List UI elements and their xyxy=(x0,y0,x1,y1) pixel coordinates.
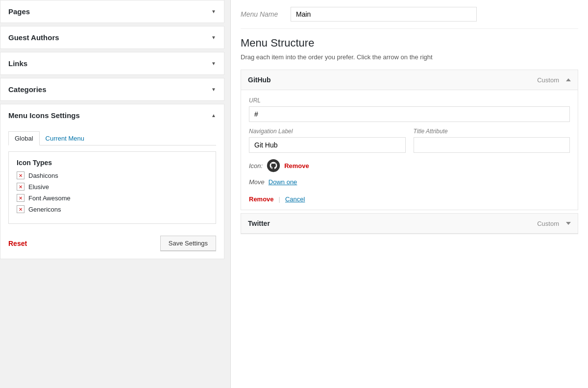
tabs-container: Global Current Menu Icon Types ✕ Dashico… xyxy=(0,126,224,224)
menu-item-github-header-right: Custom xyxy=(537,76,571,84)
menu-name-label: Menu Name xyxy=(241,10,285,18)
right-panel: Menu Name Menu Structure Drag each item … xyxy=(230,0,588,388)
accordion-guest-authors: Guest Authors ▼ xyxy=(0,26,224,49)
accordion-pages-header[interactable]: Pages ▼ xyxy=(0,0,224,23)
menu-item-twitter-title: Twitter xyxy=(248,219,270,227)
nav-label-label: Navigation Label xyxy=(249,128,406,135)
accordion-categories-header[interactable]: Categories ▼ xyxy=(0,78,224,100)
menu-item-twitter-header[interactable]: Twitter Custom xyxy=(241,214,578,234)
nav-label-group: Navigation Label xyxy=(249,128,406,153)
tabs: Global Current Menu xyxy=(8,131,216,146)
icon-label-text: Icon: xyxy=(249,162,263,170)
icon-row: Icon: Remove xyxy=(249,159,570,172)
reset-link[interactable]: Reset xyxy=(8,240,27,247)
nav-label-input[interactable] xyxy=(249,137,406,153)
icon-type-elusive-label: Elusive xyxy=(28,183,49,191)
menu-structure-title: Menu Structure xyxy=(241,37,578,49)
accordion-links: Links ▼ xyxy=(0,52,224,75)
icon-type-genericons-label: Genericons xyxy=(28,206,61,213)
accordion-links-header[interactable]: Links ▼ xyxy=(0,52,224,74)
checkbox-genericons[interactable]: ✕ xyxy=(17,205,24,213)
chevron-down-icon: ▼ xyxy=(211,9,216,14)
left-panel: Pages ▼ Guest Authors ▼ Links ▼ Categori… xyxy=(0,0,230,388)
accordion-pages-title: Pages xyxy=(8,7,30,16)
accordion-categories: Categories ▼ xyxy=(0,78,224,101)
icon-types-title: Icon Types xyxy=(17,159,208,167)
two-col-labels: Navigation Label Title Attribute xyxy=(249,128,570,153)
menu-item-twitter-header-right: Custom xyxy=(537,220,571,227)
checkbox-elusive[interactable]: ✕ xyxy=(17,183,24,191)
accordion-categories-title: Categories xyxy=(8,85,47,94)
action-separator: | xyxy=(279,195,280,203)
icon-type-dashicons: ✕ Dashicons xyxy=(17,171,208,179)
github-remove-link[interactable]: Remove xyxy=(249,195,274,203)
chevron-up-icon: ▲ xyxy=(211,113,216,118)
icon-type-dashicons-label: Dashicons xyxy=(28,172,58,179)
url-input[interactable] xyxy=(249,106,570,122)
accordion-guest-authors-title: Guest Authors xyxy=(8,33,59,42)
bottom-actions: Reset Save Settings xyxy=(0,231,224,259)
icon-type-elusive: ✕ Elusive xyxy=(17,183,208,191)
menu-item-github-body: URL Navigation Label Title Attribute Ico… xyxy=(241,90,578,210)
url-label: URL xyxy=(249,97,570,104)
title-attr-input[interactable] xyxy=(414,137,570,153)
chevron-down-icon: ▼ xyxy=(211,61,216,66)
chevron-up-icon[interactable] xyxy=(566,78,571,81)
accordion-pages: Pages ▼ xyxy=(0,0,224,23)
accordion-menu-icons-settings-header[interactable]: Menu Icons Settings ▲ xyxy=(0,104,224,126)
icon-type-genericons: ✕ Genericons xyxy=(17,205,208,213)
svg-point-0 xyxy=(267,159,280,172)
menu-item-twitter-type: Custom xyxy=(537,220,559,227)
action-row: Remove | Cancel xyxy=(249,194,570,203)
accordion-menu-icons-settings-title: Menu Icons Settings xyxy=(8,111,80,120)
tab-global[interactable]: Global xyxy=(8,131,40,146)
checkbox-font-awesome[interactable]: ✕ xyxy=(17,194,24,202)
chevron-down-icon: ▼ xyxy=(211,35,216,40)
move-label: Move xyxy=(249,178,265,186)
github-cancel-link[interactable]: Cancel xyxy=(285,195,305,203)
checkbox-dashicons[interactable]: ✕ xyxy=(17,171,24,179)
menu-item-github: GitHub Custom URL Navigation Label Title… xyxy=(241,70,578,210)
title-attr-label: Title Attribute xyxy=(414,128,570,135)
chevron-down-icon: ▼ xyxy=(211,87,216,92)
title-attr-group: Title Attribute xyxy=(414,128,570,153)
menu-name-input[interactable] xyxy=(291,7,477,22)
accordion-menu-icons-settings: Menu Icons Settings ▲ Global Current Men… xyxy=(0,104,224,259)
menu-item-github-header[interactable]: GitHub Custom xyxy=(241,70,578,90)
save-settings-button[interactable]: Save Settings xyxy=(160,236,216,251)
move-row: Move Down one xyxy=(249,178,570,186)
accordion-guest-authors-header[interactable]: Guest Authors ▼ xyxy=(0,26,224,48)
menu-item-twitter: Twitter Custom xyxy=(241,213,578,234)
menu-item-github-title: GitHub xyxy=(248,76,271,84)
remove-icon-link[interactable]: Remove xyxy=(284,162,309,170)
icon-types-box: Icon Types ✕ Dashicons ✕ Elusive ✕ Font … xyxy=(8,151,216,224)
chevron-down-icon[interactable] xyxy=(566,222,571,225)
menu-name-row: Menu Name xyxy=(241,0,578,29)
down-one-link[interactable]: Down one xyxy=(269,178,297,186)
github-icon xyxy=(267,159,280,172)
icon-type-font-awesome: ✕ Font Awesome xyxy=(17,194,208,202)
menu-item-github-type: Custom xyxy=(537,76,559,84)
tab-current-menu[interactable]: Current Menu xyxy=(40,131,90,146)
menu-structure-desc: Drag each item into the order you prefer… xyxy=(241,53,578,61)
icon-type-font-awesome-label: Font Awesome xyxy=(28,194,71,202)
accordion-links-title: Links xyxy=(8,59,27,68)
